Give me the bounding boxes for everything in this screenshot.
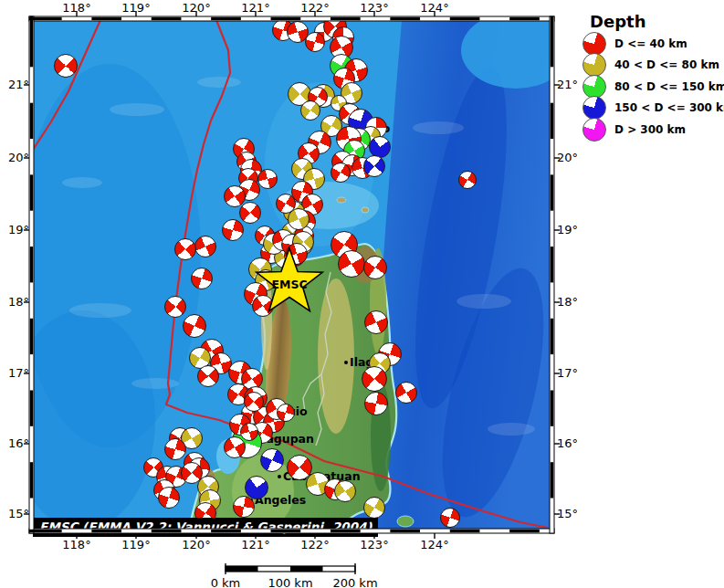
focal-mechanism-symbol bbox=[277, 404, 295, 422]
beachball-icon-yellow bbox=[582, 53, 606, 77]
focal-mechanism-symbol bbox=[222, 219, 244, 241]
focal-mechanism-symbol bbox=[364, 310, 388, 334]
focal-mechanism-symbol bbox=[288, 208, 310, 230]
axis-tick-label: 20° bbox=[557, 151, 593, 164]
beachball-icon-magenta bbox=[582, 118, 606, 142]
axis-tick-label: 18° bbox=[557, 295, 593, 309]
focal-mechanism-symbol bbox=[233, 496, 255, 518]
epicenter-star: EMSC bbox=[253, 247, 326, 320]
scalebar-label: 0 km bbox=[198, 576, 253, 588]
focal-mechanism-symbol bbox=[164, 296, 186, 318]
city-dot bbox=[278, 475, 281, 478]
axis-tick-label: 118° bbox=[58, 1, 95, 15]
focal-mechanism-symbol bbox=[239, 202, 261, 224]
focal-mechanism-symbol bbox=[395, 382, 417, 404]
axis-tick-label: 19° bbox=[557, 223, 593, 236]
focal-mechanism-symbol bbox=[174, 238, 196, 260]
axis-tick-label: 18° bbox=[0, 295, 29, 309]
axis-tick-label: 121° bbox=[237, 538, 274, 551]
axis-tick-label: 119° bbox=[118, 1, 154, 15]
axis-tick-label: 123° bbox=[356, 538, 393, 551]
epicenter-star-label: EMSC bbox=[271, 278, 307, 291]
focal-mechanism-symbol bbox=[164, 438, 186, 460]
axis-tick-label: 16° bbox=[557, 436, 593, 450]
axis-tick-label: 17° bbox=[557, 366, 593, 380]
focal-mechanism-symbol bbox=[191, 268, 213, 289]
axis-tick-label: 21° bbox=[557, 78, 593, 91]
focal-mechanism-symbol bbox=[305, 32, 325, 52]
focal-mechanism-symbol bbox=[240, 423, 258, 441]
focal-mechanism-symbol bbox=[362, 366, 387, 392]
focal-mechanism-symbol bbox=[158, 487, 180, 509]
axis-tick-label: 20° bbox=[0, 151, 29, 164]
attribution-bar: EMSC (EMMA V2.2; Vannucci & Gasperini, 2… bbox=[33, 518, 378, 537]
focal-mechanism-symbol bbox=[363, 155, 385, 177]
focal-mechanism-symbol bbox=[194, 236, 216, 257]
axis-tick-label: 21° bbox=[0, 78, 29, 91]
city-dot bbox=[344, 361, 348, 364]
axis-tick-label: 124° bbox=[416, 538, 453, 551]
focal-mechanism-symbol bbox=[363, 497, 385, 519]
scalebar-label: 100 km bbox=[263, 576, 318, 588]
axis-tick-label: 120° bbox=[178, 1, 215, 15]
legend-item-1: 40 < D <= 80 km bbox=[582, 53, 719, 77]
focal-mechanism-symbol bbox=[331, 163, 351, 183]
scalebar-label: 200 km bbox=[328, 576, 383, 588]
focal-mechanism-symbol bbox=[338, 250, 365, 278]
legend-title: Depth bbox=[590, 12, 645, 31]
axis-tick-label: 19° bbox=[0, 223, 29, 236]
axis-tick-label: 121° bbox=[237, 1, 274, 15]
legend-item-3: 150 < D <= 300 km bbox=[582, 96, 724, 120]
focal-mechanism-symbol bbox=[300, 100, 320, 121]
legend-item-4: D > 300 km bbox=[582, 118, 686, 142]
axis-tick-label: 123° bbox=[356, 1, 393, 15]
focal-mechanism-symbol bbox=[257, 169, 278, 189]
focal-mechanism-symbol bbox=[197, 365, 219, 387]
focal-mechanism-symbol bbox=[440, 508, 460, 528]
focal-mechanism-symbol bbox=[54, 54, 78, 78]
axis-tick-label: 122° bbox=[297, 538, 333, 551]
axis-tick-label: 15° bbox=[557, 507, 593, 520]
axis-tick-label: 17° bbox=[0, 366, 29, 380]
focal-mechanism-symbol bbox=[363, 256, 387, 279]
axis-tick-label: 120° bbox=[178, 538, 215, 551]
axis-tick-label: 119° bbox=[118, 538, 154, 551]
axis-tick-label: 15° bbox=[0, 507, 29, 520]
focal-mechanism-symbol bbox=[260, 448, 284, 472]
axis-tick-label: 124° bbox=[416, 1, 453, 15]
axis-tick-label: 16° bbox=[0, 436, 29, 450]
focal-mechanism-symbol bbox=[224, 436, 246, 458]
seismicity-map-page: BascoIlaganBaguioDagupanCabanatuanAngele… bbox=[0, 0, 724, 588]
axis-tick-label: 122° bbox=[297, 1, 333, 15]
axis-tick-label: 118° bbox=[58, 538, 95, 551]
focal-mechanism-symbol bbox=[364, 392, 388, 415]
focal-mechanism-symbol bbox=[458, 171, 477, 189]
focal-mechanism-symbol bbox=[244, 392, 264, 412]
beachball-icon-blue bbox=[582, 96, 606, 120]
focal-mechanism-symbol bbox=[183, 314, 206, 338]
focal-mechanism-symbol bbox=[334, 480, 356, 502]
